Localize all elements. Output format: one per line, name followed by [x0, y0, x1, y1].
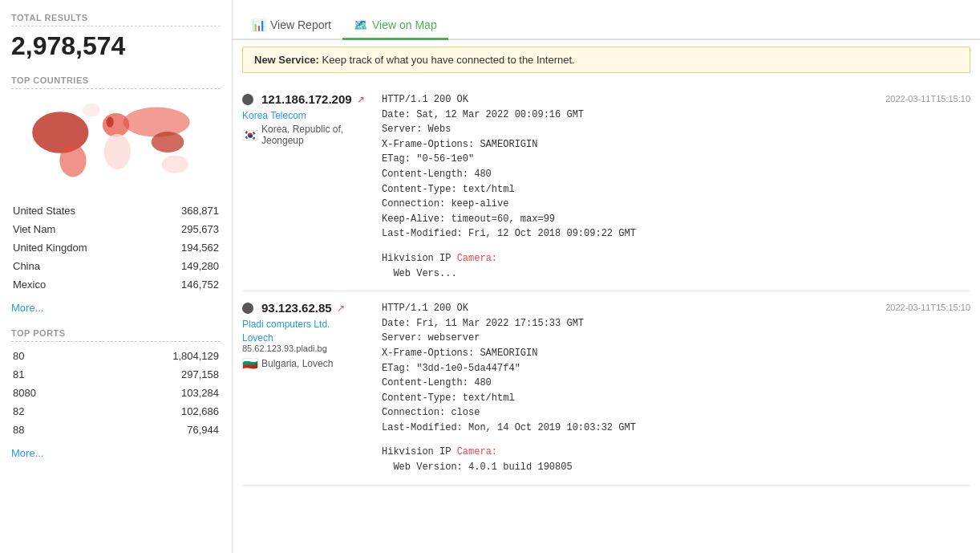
port-row: 81297,158 [11, 365, 221, 384]
port-number: 88 [11, 421, 137, 439]
banner-red: Camera: [457, 446, 497, 457]
result-org[interactable]: Korea Telecom [242, 110, 371, 121]
result-timestamp: 2022-03-11T15:15:10 [874, 301, 970, 312]
result-http-data: HTTP/1.1 200 OK Date: Sat, 12 Mar 2022 0… [382, 92, 863, 242]
svg-point-3 [104, 134, 131, 169]
result-item: 93.123.62.85 ↗ Pladi computers Ltd. Love… [242, 291, 970, 486]
tab-report[interactable]: 📊 View Report [241, 18, 342, 40]
countries-table: United States368,871Viet Nam295,673Unite… [11, 201, 221, 294]
result-location: 🇰🇷 Korea, Republic of, Jeongeup [242, 124, 371, 146]
svg-point-5 [152, 132, 184, 152]
external-link-icon[interactable]: ↗ [357, 94, 365, 105]
result-info: 93.123.62.85 ↗ Pladi computers Ltd. Love… [242, 301, 371, 475]
result-meta: 2022-03-11T15:15:10 [874, 92, 970, 281]
tabs-bar: 📊 View Report 🗺️ View on Map [233, 0, 980, 40]
svg-point-6 [162, 156, 188, 173]
svg-point-7 [83, 104, 100, 117]
port-count: 1,804,129 [137, 347, 221, 365]
location-text: Korea, Republic of, Jeongeup [261, 124, 371, 146]
result-banner: Hikvision IP Camera: Web Vers... [382, 251, 863, 281]
result-location: 🇧🇬 Bulgaria, Lovech [242, 356, 371, 371]
port-number: 82 [11, 402, 137, 421]
port-number: 81 [11, 365, 137, 384]
result-hostname: 85.62.123.93.pladi.bg [242, 344, 371, 353]
map-icon: 🗺️ [354, 18, 367, 31]
country-name: United Kingdom [11, 238, 137, 257]
location-text: Bulgaria, Lovech [261, 358, 333, 369]
country-count: 146,752 [137, 275, 221, 294]
top-ports-label: TOP PORTS [11, 328, 221, 338]
port-row: 82102,686 [11, 402, 221, 421]
camera-status-icon [242, 94, 253, 105]
tab-report-label: View Report [270, 18, 331, 31]
country-count: 194,562 [137, 238, 221, 257]
country-row: United Kingdom194,562 [11, 238, 221, 257]
top-countries-label: TOP COUNTRIES [11, 75, 221, 85]
notice-banner: New Service: Keep track of what you have… [242, 47, 970, 73]
country-name: Mexico [11, 275, 137, 294]
country-row: Viet Nam295,673 [11, 220, 221, 238]
more-ports-link[interactable]: More... [11, 447, 43, 459]
flag-icon: 🇰🇷 [242, 128, 258, 143]
result-ip[interactable]: 93.123.62.85 [261, 301, 332, 315]
result-ip-row: 121.186.172.209 ↗ [242, 92, 371, 106]
country-count: 149,280 [137, 257, 221, 275]
result-org[interactable]: Pladi computers Ltd. [242, 319, 371, 330]
country-row: United States368,871 [11, 201, 221, 220]
result-timestamp: 2022-03-11T15:15:10 [874, 92, 970, 104]
result-item: 121.186.172.209 ↗ Korea Telecom 🇰🇷 Korea… [242, 83, 970, 291]
country-name: United States [11, 201, 137, 220]
result-meta: 2022-03-11T15:15:10 [874, 301, 970, 475]
flag-icon: 🇧🇬 [242, 356, 258, 371]
result-info: 121.186.172.209 ↗ Korea Telecom 🇰🇷 Korea… [242, 92, 371, 281]
tab-map-label: View on Map [372, 18, 437, 31]
camera-status-icon [242, 303, 253, 314]
port-number: 80 [11, 347, 137, 365]
total-results-label: TOTAL RESULTS [11, 13, 221, 22]
country-name: China [11, 257, 137, 275]
svg-point-1 [59, 144, 86, 177]
port-row: 8876,944 [11, 421, 221, 439]
svg-point-8 [107, 117, 114, 128]
port-row: 801,804,129 [11, 347, 221, 365]
port-row: 8080103,284 [11, 384, 221, 402]
ports-table: 801,804,12981297,1588080103,28482102,686… [11, 347, 221, 439]
result-banner: Hikvision IP Camera: Web Version: 4.0.1 … [382, 445, 863, 474]
more-countries-link[interactable]: More... [11, 302, 43, 314]
port-count: 297,158 [137, 365, 221, 384]
port-count: 76,944 [137, 421, 221, 439]
right-panel: 📊 View Report 🗺️ View on Map New Service… [233, 0, 980, 553]
left-panel: TOTAL RESULTS 2,978,574 TOP COUNTRIES [0, 0, 233, 553]
country-count: 295,673 [137, 220, 221, 238]
report-icon: 📊 [252, 18, 265, 31]
tab-map[interactable]: 🗺️ View on Map [342, 18, 448, 40]
result-org2[interactable]: Lovech [242, 332, 371, 344]
notice-bold: New Service: [254, 54, 319, 66]
port-count: 102,686 [137, 402, 221, 421]
external-link-icon[interactable]: ↗ [337, 303, 345, 314]
svg-point-4 [124, 108, 190, 137]
port-count: 103,284 [137, 384, 221, 402]
banner-red: Camera: [457, 253, 497, 264]
country-row: Mexico146,752 [11, 275, 221, 294]
notice-text: Keep track of what you have connected to… [322, 54, 575, 66]
country-count: 368,871 [137, 201, 221, 220]
result-ip-row: 93.123.62.85 ↗ [242, 301, 371, 315]
world-map [11, 94, 221, 190]
result-detail: HTTP/1.1 200 OK Date: Fri, 11 Mar 2022 1… [382, 301, 863, 475]
country-name: Viet Nam [11, 220, 137, 238]
result-detail: HTTP/1.1 200 OK Date: Sat, 12 Mar 2022 0… [382, 92, 863, 281]
result-ip[interactable]: 121.186.172.209 [261, 92, 352, 106]
result-http-data: HTTP/1.1 200 OK Date: Fri, 11 Mar 2022 1… [382, 301, 863, 435]
total-results-value: 2,978,574 [11, 31, 221, 61]
country-row: China149,280 [11, 257, 221, 275]
port-number: 8080 [11, 384, 137, 402]
results-list: 121.186.172.209 ↗ Korea Telecom 🇰🇷 Korea… [233, 79, 980, 553]
